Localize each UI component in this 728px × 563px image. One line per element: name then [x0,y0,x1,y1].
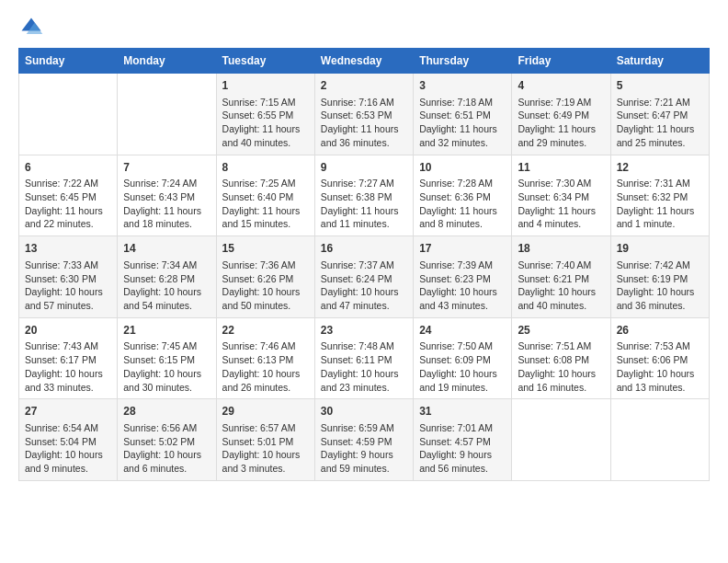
day-number: 22 [222,323,309,339]
day-info-line-0: Sunrise: 7:16 AM [321,96,407,109]
day-info-line-2: Daylight: 11 hours and 11 minutes. [321,204,407,231]
day-info-line-1: Sunset: 6:17 PM [25,353,111,367]
day-info-line-0: Sunrise: 6:57 AM [222,421,309,435]
day-info-line-1: Sunset: 6:23 PM [419,272,506,286]
week-row-1: 6Sunrise: 7:22 AMSunset: 6:45 PMDaylight… [19,155,710,236]
day-info-line-2: Daylight: 10 hours and 54 minutes. [123,285,210,312]
day-number: 20 [25,323,111,339]
day-info-line-0: Sunrise: 7:31 AM [617,177,703,190]
calendar-table: SundayMondayTuesdayWednesdayThursdayFrid… [18,48,710,481]
day-number: 25 [518,323,604,339]
day-info-line-0: Sunrise: 7:18 AM [419,96,506,109]
day-info-line-2: Daylight: 9 hours and 59 minutes. [321,448,407,475]
day-info-line-2: Daylight: 11 hours and 18 minutes. [123,204,210,231]
cell-4-4: 31Sunrise: 7:01 AMSunset: 4:57 PMDayligh… [414,399,512,481]
day-number: 13 [25,241,111,257]
day-info-line-1: Sunset: 6:13 PM [222,353,309,367]
week-row-4: 27Sunrise: 6:54 AMSunset: 5:04 PMDayligh… [19,399,710,481]
day-number: 3 [419,78,506,94]
day-info-line-2: Daylight: 10 hours and 19 minutes. [419,367,506,394]
day-info-line-2: Daylight: 10 hours and 43 minutes. [419,285,506,312]
col-header-friday: Friday [512,49,610,74]
cell-1-0: 6Sunrise: 7:22 AMSunset: 6:45 PMDaylight… [19,155,118,236]
day-number: 5 [617,78,703,94]
cell-3-5: 25Sunrise: 7:51 AMSunset: 6:08 PMDayligh… [512,317,610,399]
day-info-line-1: Sunset: 6:11 PM [321,353,407,367]
day-info-line-0: Sunrise: 6:59 AM [321,421,407,435]
day-number: 10 [419,160,506,176]
day-info-line-2: Daylight: 10 hours and 36 minutes. [617,285,703,312]
day-info-line-2: Daylight: 10 hours and 6 minutes. [123,448,210,475]
day-info-line-1: Sunset: 6:43 PM [123,190,210,204]
cell-2-2: 15Sunrise: 7:36 AMSunset: 6:26 PMDayligh… [216,236,314,318]
cell-4-6 [610,399,709,481]
day-info-line-2: Daylight: 10 hours and 16 minutes. [518,367,604,394]
day-info-line-0: Sunrise: 7:15 AM [222,96,309,109]
day-info-line-1: Sunset: 4:57 PM [419,435,506,449]
day-info-line-0: Sunrise: 7:37 AM [321,259,407,272]
day-info-line-0: Sunrise: 6:56 AM [123,421,210,435]
cell-4-2: 29Sunrise: 6:57 AMSunset: 5:01 PMDayligh… [216,399,314,481]
day-info-line-0: Sunrise: 7:51 AM [518,339,604,353]
day-info-line-1: Sunset: 6:28 PM [123,272,210,286]
day-number: 7 [123,160,210,176]
cell-1-6: 12Sunrise: 7:31 AMSunset: 6:32 PMDayligh… [610,155,709,236]
day-info-line-0: Sunrise: 7:19 AM [518,96,604,109]
day-info-line-2: Daylight: 10 hours and 50 minutes. [222,285,309,312]
day-info-line-1: Sunset: 6:08 PM [518,353,604,367]
day-info-line-1: Sunset: 6:36 PM [419,190,506,204]
day-info-line-1: Sunset: 6:53 PM [321,109,407,122]
day-info-line-0: Sunrise: 7:43 AM [25,339,111,353]
day-info-line-2: Daylight: 10 hours and 40 minutes. [518,285,604,312]
cell-3-2: 22Sunrise: 7:46 AMSunset: 6:13 PMDayligh… [216,317,314,399]
cell-3-3: 23Sunrise: 7:48 AMSunset: 6:11 PMDayligh… [314,317,413,399]
cell-0-4: 3Sunrise: 7:18 AMSunset: 6:51 PMDaylight… [414,74,512,155]
day-info-line-0: Sunrise: 7:36 AM [222,259,309,272]
day-info-line-2: Daylight: 11 hours and 22 minutes. [25,204,111,231]
day-info-line-0: Sunrise: 7:45 AM [123,339,210,353]
day-info-line-2: Daylight: 11 hours and 4 minutes. [518,204,604,231]
day-number: 28 [123,404,210,419]
day-number: 6 [25,160,111,176]
cell-4-1: 28Sunrise: 6:56 AMSunset: 5:02 PMDayligh… [118,399,216,481]
day-info-line-0: Sunrise: 7:48 AM [321,339,407,353]
cell-1-2: 8Sunrise: 7:25 AMSunset: 6:40 PMDaylight… [216,155,314,236]
cell-2-3: 16Sunrise: 7:37 AMSunset: 6:24 PMDayligh… [314,236,413,318]
day-number: 31 [419,404,506,419]
day-info-line-1: Sunset: 6:09 PM [419,353,506,367]
day-number: 12 [617,160,703,176]
day-info-line-0: Sunrise: 7:39 AM [419,259,506,272]
cell-0-3: 2Sunrise: 7:16 AMSunset: 6:53 PMDaylight… [314,74,413,155]
day-info-line-1: Sunset: 6:21 PM [518,272,604,286]
logo [18,15,48,40]
day-number: 16 [321,241,407,257]
cell-4-5 [512,399,610,481]
day-info-line-1: Sunset: 6:15 PM [123,353,210,367]
day-info-line-1: Sunset: 6:38 PM [321,190,407,204]
day-info-line-0: Sunrise: 7:22 AM [25,177,111,190]
cell-2-5: 18Sunrise: 7:40 AMSunset: 6:21 PMDayligh… [512,236,610,318]
day-info-line-0: Sunrise: 7:30 AM [518,177,604,190]
day-info-line-2: Daylight: 10 hours and 3 minutes. [222,448,309,475]
day-info-line-1: Sunset: 6:19 PM [617,272,703,286]
cell-1-4: 10Sunrise: 7:28 AMSunset: 6:36 PMDayligh… [414,155,512,236]
week-row-0: 1Sunrise: 7:15 AMSunset: 6:55 PMDaylight… [19,74,710,155]
cell-2-6: 19Sunrise: 7:42 AMSunset: 6:19 PMDayligh… [610,236,709,318]
day-info-line-2: Daylight: 10 hours and 9 minutes. [25,448,111,475]
day-number: 2 [321,78,407,94]
cell-1-3: 9Sunrise: 7:27 AMSunset: 6:38 PMDaylight… [314,155,413,236]
day-number: 26 [617,323,703,339]
day-info-line-2: Daylight: 11 hours and 1 minute. [617,204,703,231]
day-info-line-1: Sunset: 5:01 PM [222,435,309,449]
day-info-line-1: Sunset: 6:30 PM [25,272,111,286]
day-info-line-0: Sunrise: 7:53 AM [617,339,703,353]
day-info-line-0: Sunrise: 7:27 AM [321,177,407,190]
col-header-tuesday: Tuesday [216,49,314,74]
day-info-line-1: Sunset: 6:45 PM [25,190,111,204]
day-info-line-1: Sunset: 6:26 PM [222,272,309,286]
cell-3-1: 21Sunrise: 7:45 AMSunset: 6:15 PMDayligh… [118,317,216,399]
week-row-2: 13Sunrise: 7:33 AMSunset: 6:30 PMDayligh… [19,236,710,318]
cell-3-6: 26Sunrise: 7:53 AMSunset: 6:06 PMDayligh… [610,317,709,399]
logo-icon [18,15,44,40]
day-number: 24 [419,323,506,339]
